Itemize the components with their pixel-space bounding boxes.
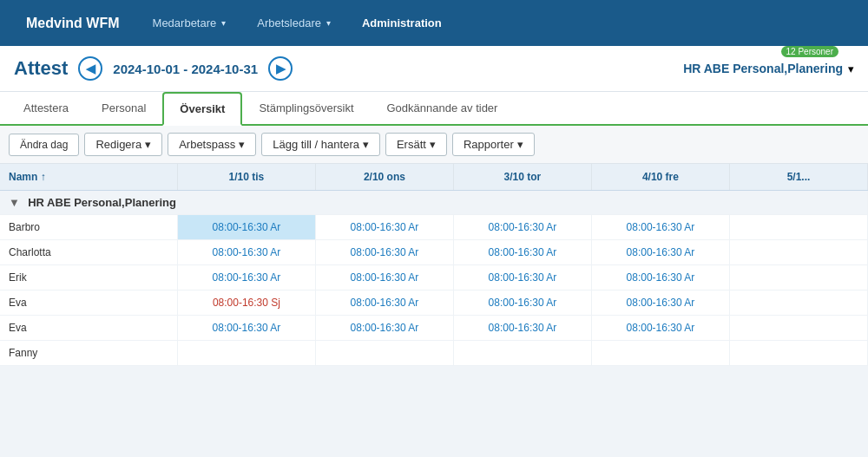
- group-row: ▼ HR ABE Personal,Planering: [0, 191, 868, 215]
- table-row: Eva08:00-16:30 Sj08:00-16:30 Ar08:00-16:…: [0, 291, 868, 316]
- cell-name: Fanny: [0, 341, 177, 366]
- tab-attestera[interactable]: Attestera: [7, 92, 85, 126]
- cell-d4[interactable]: 08:00-16:30 Ar: [591, 265, 729, 291]
- brand-logo[interactable]: Medvind WFM: [9, 0, 137, 46]
- cell-d2[interactable]: 08:00-16:30 Ar: [315, 316, 453, 341]
- column-header-d4[interactable]: 4/10 fre: [591, 164, 729, 191]
- attest-header: Attest ◀ 2024-10-01 - 2024-10-31 ▶ 12 Pe…: [0, 46, 868, 92]
- table-header-row: Namn ↑ 1/10 tis 2/10 ons 3/10 tor 4/10 f…: [0, 164, 868, 191]
- chevron-down-icon: ▾: [430, 138, 436, 151]
- next-period-button[interactable]: ▶: [268, 56, 293, 81]
- chevron-down-icon: ▾: [326, 18, 331, 28]
- chevron-down-icon: ▾: [221, 18, 226, 28]
- rapporter-button[interactable]: Rapporter ▾: [452, 133, 535, 156]
- column-header-d2[interactable]: 2/10 ons: [315, 164, 453, 191]
- column-header-name[interactable]: Namn ↑: [0, 164, 177, 191]
- cell-d1[interactable]: 08:00-16:30 Ar: [177, 240, 315, 265]
- cell-d5[interactable]: [729, 215, 867, 240]
- cell-name: Eva: [0, 316, 177, 341]
- cell-d5[interactable]: [729, 240, 867, 265]
- redigera-button[interactable]: Redigera ▾: [84, 133, 162, 156]
- chevron-down-icon: ▾: [363, 138, 369, 151]
- tab-stamplingsöversikt[interactable]: Stämplingsöversikt: [242, 92, 370, 126]
- date-range-label: 2024-10-01 - 2024-10-31: [113, 62, 258, 76]
- cell-d1[interactable]: [177, 341, 315, 366]
- ersatt-button[interactable]: Ersätt ▾: [385, 133, 447, 156]
- group-badge: 12 Personer: [781, 46, 838, 57]
- nav-medarbetare[interactable]: Medarbetare ▾: [137, 0, 242, 46]
- schedule-table: Namn ↑ 1/10 tis 2/10 ons 3/10 tor 4/10 f…: [0, 164, 868, 366]
- tab-oversikt[interactable]: Översikt: [162, 92, 242, 126]
- chevron-down-icon: ▾: [848, 62, 854, 75]
- tabs-bar: Attestera Personal Översikt Stämplingsöv…: [0, 92, 868, 126]
- cell-d2[interactable]: [315, 341, 453, 366]
- cell-d3[interactable]: 08:00-16:30 Ar: [453, 291, 591, 316]
- cell-d3[interactable]: 08:00-16:30 Ar: [453, 215, 591, 240]
- chevron-down-icon: ▾: [239, 138, 245, 151]
- prev-period-button[interactable]: ◀: [78, 56, 102, 81]
- nav-administration[interactable]: Administration: [346, 0, 457, 46]
- expand-icon: ▼: [9, 196, 20, 209]
- cell-d2[interactable]: 08:00-16:30 Ar: [315, 291, 453, 316]
- cell-d2[interactable]: 08:00-16:30 Ar: [315, 240, 453, 265]
- chevron-down-icon: ▾: [517, 138, 523, 151]
- cell-d1[interactable]: 08:00-16:30 Ar: [177, 265, 315, 291]
- cell-d4[interactable]: [591, 341, 729, 366]
- cell-d4[interactable]: 08:00-16:30 Ar: [591, 291, 729, 316]
- cell-d3[interactable]: 08:00-16:30 Ar: [453, 240, 591, 265]
- cell-d1[interactable]: 08:00-16:30 Sj: [177, 291, 315, 316]
- table-row: Eva08:00-16:30 Ar08:00-16:30 Ar08:00-16:…: [0, 316, 868, 341]
- cell-d5[interactable]: [729, 316, 867, 341]
- table-row: Fanny: [0, 341, 868, 366]
- column-header-d3[interactable]: 3/10 tor: [453, 164, 591, 191]
- group-name-label: HR ABE Personal,Planering: [683, 62, 843, 75]
- cell-name: Eva: [0, 291, 177, 316]
- column-header-d5[interactable]: 5/1...: [729, 164, 867, 191]
- cell-d3[interactable]: [453, 341, 591, 366]
- cell-d4[interactable]: 08:00-16:30 Ar: [591, 240, 729, 265]
- schedule-table-container: Namn ↑ 1/10 tis 2/10 ons 3/10 tor 4/10 f…: [0, 164, 868, 366]
- table-row: Charlotta08:00-16:30 Ar08:00-16:30 Ar08:…: [0, 240, 868, 265]
- cell-d2[interactable]: 08:00-16:30 Ar: [315, 265, 453, 291]
- lagg-till-button[interactable]: Lägg till / hantera ▾: [261, 133, 380, 156]
- cell-d5[interactable]: [729, 291, 867, 316]
- cell-d3[interactable]: 08:00-16:30 Ar: [453, 265, 591, 291]
- cell-name: Erik: [0, 265, 177, 291]
- cell-d5[interactable]: [729, 341, 867, 366]
- toolbar: Ändra dag Redigera ▾ Arbetspass ▾ Lägg t…: [0, 126, 868, 164]
- andra-dag-button[interactable]: Ändra dag: [9, 134, 79, 156]
- column-header-d1[interactable]: 1/10 tis: [177, 164, 315, 191]
- cell-d1[interactable]: 08:00-16:30 Ar: [177, 316, 315, 341]
- cell-d4[interactable]: 08:00-16:30 Ar: [591, 316, 729, 341]
- tab-personal[interactable]: Personal: [85, 92, 162, 126]
- cell-d1[interactable]: 08:00-16:30 Ar: [177, 215, 315, 240]
- page-title: Attest: [14, 57, 68, 80]
- table-row: Barbro08:00-16:30 Ar08:00-16:30 Ar08:00-…: [0, 215, 868, 240]
- cell-d2[interactable]: 08:00-16:30 Ar: [315, 215, 453, 240]
- chevron-down-icon: ▾: [145, 138, 151, 151]
- top-navigation: Medvind WFM Medarbetare ▾ Arbetsledare ▾…: [0, 0, 868, 46]
- cell-d4[interactable]: 08:00-16:30 Ar: [591, 215, 729, 240]
- group-selector[interactable]: 12 Personer HR ABE Personal,Planering ▾: [683, 62, 854, 75]
- tab-godkannande[interactable]: Godkännande av tider: [371, 92, 515, 126]
- arbetspass-button[interactable]: Arbetspass ▾: [168, 133, 256, 156]
- cell-name: Charlotta: [0, 240, 177, 265]
- table-row: Erik08:00-16:30 Ar08:00-16:30 Ar08:00-16…: [0, 265, 868, 291]
- nav-arbetsledare[interactable]: Arbetsledare ▾: [241, 0, 346, 46]
- cell-d5[interactable]: [729, 265, 867, 291]
- cell-d3[interactable]: 08:00-16:30 Ar: [453, 316, 591, 341]
- cell-name: Barbro: [0, 215, 177, 240]
- group-label: HR ABE Personal,Planering: [28, 196, 176, 209]
